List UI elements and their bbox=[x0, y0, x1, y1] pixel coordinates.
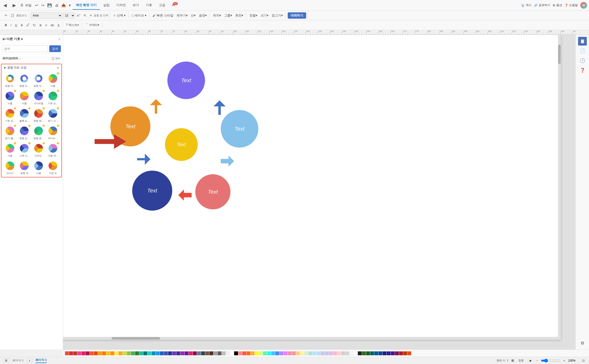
color-swatch[interactable] bbox=[329, 351, 333, 355]
shape-item[interactable]: 사다리꼴 bbox=[32, 90, 45, 106]
color-swatch[interactable] bbox=[164, 351, 168, 355]
shape-button[interactable]: □ 세이프 ▾ bbox=[131, 13, 148, 18]
color-swatch[interactable] bbox=[350, 351, 353, 355]
italic-button[interactable]: I bbox=[9, 23, 13, 28]
color-swatch[interactable] bbox=[395, 351, 399, 355]
color-swatch[interactable] bbox=[263, 351, 267, 355]
color-swatch[interactable] bbox=[135, 351, 139, 355]
color-swatch[interactable] bbox=[383, 351, 386, 355]
shape-item[interactable]: 원형 분... bbox=[32, 125, 45, 141]
color-swatch[interactable] bbox=[374, 351, 378, 355]
color-swatch[interactable] bbox=[209, 351, 213, 355]
close-category-button[interactable]: ✕ bbox=[57, 66, 59, 70]
tab-ai[interactable]: AI hot bbox=[169, 1, 178, 9]
color-swatch[interactable] bbox=[271, 351, 275, 355]
shape-item[interactable]: 서클 bbox=[3, 142, 17, 158]
color-swatch[interactable] bbox=[251, 351, 254, 355]
search-button[interactable]: 검색 bbox=[49, 45, 61, 52]
decrease-font-button[interactable]: A- bbox=[82, 13, 88, 18]
color-swatch[interactable] bbox=[292, 351, 296, 355]
shape-blue-circle[interactable]: Text bbox=[167, 62, 205, 99]
copy-button[interactable]: 📋 bbox=[9, 13, 16, 18]
shape-item[interactable]: 서클 색... bbox=[46, 142, 59, 158]
shape-item[interactable]: 기본 순... bbox=[46, 90, 59, 106]
color-swatch[interactable] bbox=[90, 351, 94, 355]
color-swatch[interactable] bbox=[82, 351, 85, 355]
file-menu[interactable]: ☰ 파일 bbox=[20, 3, 32, 8]
play-button[interactable]: ▶ bbox=[528, 358, 533, 363]
color-swatch[interactable] bbox=[218, 351, 221, 355]
text-color-button[interactable]: A bbox=[56, 23, 61, 28]
zoom-in-button[interactable]: + bbox=[563, 359, 565, 363]
tab-insert[interactable]: 삽입 bbox=[100, 1, 113, 10]
color-swatch[interactable] bbox=[156, 351, 160, 355]
font-size-select[interactable]: 12 bbox=[63, 12, 75, 19]
shadow-button[interactable]: 음영▾ bbox=[198, 13, 208, 18]
forward-button[interactable]: ▶ bbox=[11, 2, 17, 9]
color-swatch[interactable] bbox=[234, 351, 238, 355]
shape-item[interactable]: 서클 bbox=[3, 90, 17, 106]
settings-panel-button[interactable]: ⚙ bbox=[578, 339, 587, 348]
connector-button[interactable]: ⌒ 커넥터▾ bbox=[84, 22, 101, 28]
line-button[interactable]: 선▾ bbox=[190, 13, 197, 18]
color-swatch[interactable] bbox=[69, 351, 73, 355]
color-swatch[interactable] bbox=[189, 351, 193, 355]
color-swatch[interactable] bbox=[370, 351, 374, 355]
color-swatch[interactable] bbox=[255, 351, 259, 355]
color-swatch[interactable] bbox=[267, 351, 271, 355]
publish-button[interactable]: 📡 게시 bbox=[521, 3, 532, 7]
history-button[interactable]: 🕐 bbox=[578, 56, 587, 65]
share-button[interactable]: 🔗 공유하기 bbox=[534, 3, 550, 7]
color-swatch[interactable] bbox=[197, 351, 201, 355]
color-swatch[interactable] bbox=[176, 351, 180, 355]
color-swatch[interactable] bbox=[143, 351, 147, 355]
tab-advanced[interactable]: 고급 bbox=[155, 1, 169, 10]
group-button[interactable]: 그룹▾ bbox=[223, 13, 233, 18]
color-swatch[interactable] bbox=[300, 351, 304, 355]
color-swatch[interactable] bbox=[387, 351, 391, 355]
shape-item[interactable]: 하이라... bbox=[46, 125, 59, 141]
export-button[interactable]: 📤 bbox=[61, 2, 67, 8]
color-swatch[interactable] bbox=[110, 351, 114, 355]
line-spacing-button[interactable]: ≣ bbox=[38, 23, 43, 28]
print-button[interactable]: 🖨 bbox=[54, 2, 59, 8]
color-swatch[interactable] bbox=[185, 351, 188, 355]
increase-font-button[interactable]: A+ bbox=[76, 12, 82, 18]
color-swatch[interactable] bbox=[296, 351, 300, 355]
color-swatch[interactable] bbox=[213, 351, 217, 355]
color-swatch[interactable] bbox=[246, 351, 250, 355]
shape-item[interactable]: 원형 모... bbox=[32, 72, 45, 89]
canvas-area[interactable]: Text Text Text Text Text Text bbox=[63, 35, 575, 349]
color-swatch[interactable] bbox=[259, 351, 263, 355]
color-swatch[interactable] bbox=[378, 351, 382, 355]
shape-item[interactable]: 분기 블... bbox=[3, 125, 17, 141]
color-swatch[interactable] bbox=[325, 351, 329, 355]
horizontal-scrollbar[interactable] bbox=[63, 337, 561, 340]
fit-button[interactable]: ⊡ bbox=[581, 358, 586, 363]
shape-salmon-circle[interactable]: Text bbox=[195, 174, 230, 209]
replace-button[interactable]: 대체하기 bbox=[288, 12, 306, 19]
color-swatch[interactable] bbox=[77, 351, 81, 355]
options-button[interactable]: ⚙ 옵션 bbox=[553, 3, 562, 7]
color-swatch[interactable] bbox=[205, 351, 209, 355]
color-swatch[interactable] bbox=[139, 351, 143, 355]
color-swatch[interactable] bbox=[65, 351, 69, 355]
color-swatch[interactable] bbox=[391, 351, 395, 355]
color-swatch[interactable] bbox=[337, 351, 341, 355]
color-swatch[interactable] bbox=[312, 351, 316, 355]
superscript-button[interactable]: x2 bbox=[25, 22, 31, 28]
cut-button[interactable]: ✂ bbox=[3, 13, 8, 18]
strikethrough-button[interactable]: S bbox=[19, 23, 24, 28]
tab-symbol[interactable]: 기호 bbox=[142, 1, 155, 10]
highlight-button[interactable]: ab bbox=[49, 23, 55, 28]
color-swatch[interactable] bbox=[275, 351, 279, 355]
color-swatch[interactable] bbox=[366, 351, 370, 355]
color-swatch[interactable] bbox=[345, 351, 349, 355]
shape-item[interactable]: 원형 모... bbox=[3, 72, 17, 89]
tab-design[interactable]: 디자인 bbox=[113, 1, 129, 10]
color-swatch[interactable] bbox=[407, 351, 411, 355]
shape-item[interactable]: 원형 순... bbox=[18, 125, 31, 141]
color-swatch[interactable] bbox=[304, 351, 308, 355]
shape-item[interactable]: 그라데... bbox=[32, 142, 45, 158]
tab-main[interactable]: 메인 화면 가기 bbox=[73, 1, 100, 10]
